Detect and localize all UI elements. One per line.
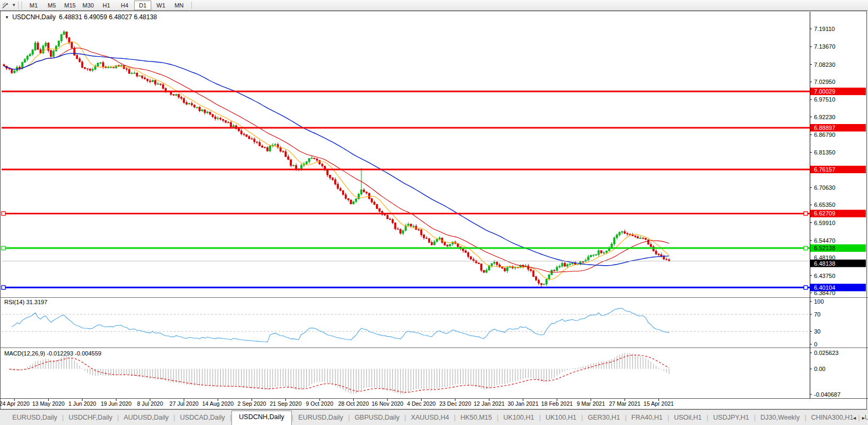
symbol-tab-bar: EURUSD,Daily|USDCHF,Daily|AUDUSD,Daily|U… xyxy=(0,409,868,425)
chart-title: ▼USDCNH,Daily6.48831 6.49059 6.48027 6.4… xyxy=(5,13,157,21)
bottom-tab-ger30-h1[interactable]: GER30,H1 xyxy=(583,412,625,425)
bottom-tab-usdcnh-daily[interactable]: USDCNH,Daily xyxy=(231,411,292,425)
timeframe-button-mn[interactable]: MN xyxy=(170,1,188,10)
chart-window xyxy=(0,11,867,409)
timeframe-button-h1[interactable]: H1 xyxy=(98,1,115,10)
timeframe-button-h4[interactable]: H4 xyxy=(116,1,133,10)
bottom-tab-dj30-weekly[interactable]: DJ30,Weekly xyxy=(756,412,804,425)
bottom-tab-eurusd-daily[interactable]: EURUSD,Daily xyxy=(293,412,348,425)
toolbar-grip[interactable] xyxy=(18,2,22,9)
bottom-tab-uk100-h1[interactable]: UK100,H1 xyxy=(541,412,582,425)
tab-scroll-left-icon[interactable]: ◄ xyxy=(852,415,857,421)
toolbar-separator xyxy=(191,2,192,9)
timeframe-button-m5[interactable]: M5 xyxy=(43,1,60,10)
rsi-name: RSI(14) xyxy=(4,299,25,305)
bottom-tab-china300-h1[interactable]: CHINA300,H1 xyxy=(806,412,858,425)
rsi-value: 31.3197 xyxy=(26,299,48,305)
bottom-tab-usoil-h1[interactable]: USOil,H1 xyxy=(669,412,707,425)
bottom-tab-xauusd-h4[interactable]: XAUUSD,H4 xyxy=(406,412,454,425)
tab-scroll-buttons: ◄ ► xyxy=(852,415,866,421)
bottom-tab-usdjpy-h1[interactable]: USDJPY,H1 xyxy=(708,412,754,425)
macd-indicator-label: MACD(12,26,9) -0.012293 -0.004559 xyxy=(4,350,102,357)
tab-scroll-right-icon[interactable]: ► xyxy=(861,415,866,421)
chart-ohlc-values: 6.48831 6.49059 6.48027 6.48138 xyxy=(59,13,157,21)
bottom-tab-hk50-m15[interactable]: HK50,M15 xyxy=(455,412,497,425)
timeframe-button-d1[interactable]: D1 xyxy=(134,1,151,10)
top-toolbar: ▼ M1M5M15M30H1H4D1W1MN xyxy=(0,0,868,11)
toolbar-dropdown-arrow[interactable]: ▼ xyxy=(11,3,17,7)
bottom-tab-usdchf-daily[interactable]: USDCHF,Daily xyxy=(64,412,117,425)
bottom-tab-audusd-daily[interactable]: AUDUSD,Daily xyxy=(119,412,174,425)
bottom-tab-eurusd-daily[interactable]: EURUSD,Daily xyxy=(7,412,62,425)
timeframe-button-m30[interactable]: M30 xyxy=(80,1,97,10)
bottom-tab-gbpusd-daily[interactable]: GBPUSD,Daily xyxy=(350,412,404,425)
timeframe-button-m1[interactable]: M1 xyxy=(25,1,42,10)
collapse-triangle-icon[interactable]: ▼ xyxy=(5,15,9,20)
macd-name: MACD(12,26,9) xyxy=(4,350,45,357)
timeframe-button-group: M1M5M15M30H1H4D1W1MN xyxy=(25,1,188,10)
bottom-tab-fra40-h1[interactable]: FRA40,H1 xyxy=(626,412,667,425)
macd-values: -0.012293 -0.004559 xyxy=(46,350,101,357)
timeframe-button-m15[interactable]: M15 xyxy=(61,1,79,10)
bottom-tab-uk100-h1[interactable]: UK100,H1 xyxy=(499,412,539,425)
line-studies-icon[interactable] xyxy=(0,1,11,10)
chart-symbol-label: USDCNH,Daily xyxy=(12,13,56,21)
timeframe-button-w1[interactable]: W1 xyxy=(152,1,169,10)
rsi-indicator-label: RSI(14) 31.3197 xyxy=(4,299,48,305)
bottom-tab-usdcad-daily[interactable]: USDCAD,Daily xyxy=(175,412,230,425)
